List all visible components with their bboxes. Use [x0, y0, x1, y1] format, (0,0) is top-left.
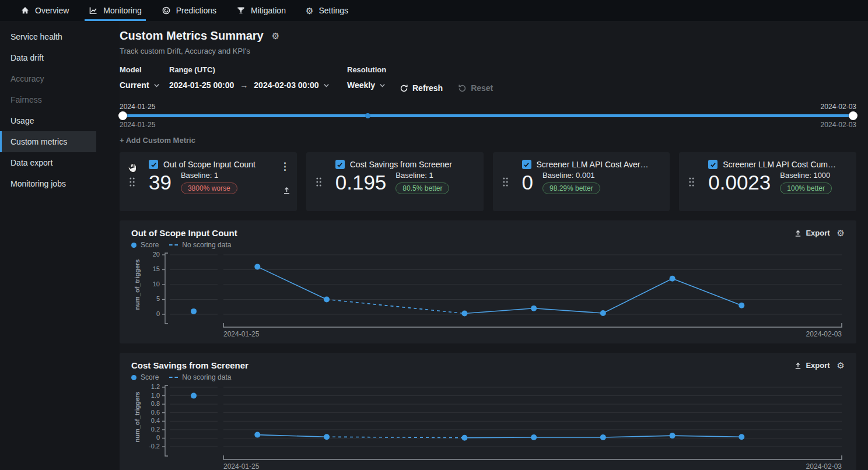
nav-item-mitigation[interactable]: Mitigation	[226, 0, 296, 21]
legend-nodata-label: No scoring data	[182, 241, 231, 249]
home-icon	[20, 6, 30, 15]
slider-end-date-top: 2024-02-03	[821, 103, 856, 111]
range-end: 2024-02-03 00:00	[254, 80, 318, 90]
reset-button[interactable]: Reset	[458, 83, 493, 93]
nav-item-monitoring[interactable]: Monitoring	[79, 0, 151, 21]
svg-text:5: 5	[156, 295, 160, 302]
svg-text:0.4: 0.4	[151, 417, 160, 424]
nav-label: Predictions	[176, 6, 216, 15]
chevron-down-icon	[379, 82, 386, 89]
metric-baseline: Baseline: 1	[181, 171, 237, 180]
drag-handle-icon[interactable]	[316, 177, 322, 187]
add-custom-metric-link[interactable]: + Add Custom Metric	[120, 136, 856, 145]
sidebar-item-monitoring-jobs[interactable]: Monitoring jobs	[0, 173, 96, 194]
svg-text:num_of_triggers: num_of_triggers	[134, 392, 141, 443]
sidebar-item-label: Accuracy	[10, 74, 44, 83]
slider-start-date-bottom: 2024-01-25	[120, 121, 155, 129]
model-select[interactable]: Current	[120, 80, 169, 90]
reset-label: Reset	[471, 83, 493, 93]
metric-card-llm-cost-cumulative: Screener LLM API Cost Cum… 0.0023 Baseli…	[679, 152, 856, 211]
model-value: Current	[120, 80, 149, 90]
export-icon	[794, 362, 802, 370]
slider-end-date-bottom: 2024-02-03	[821, 121, 856, 129]
slider-mid-marker[interactable]	[365, 113, 370, 118]
page-settings-gear-icon[interactable]: ⚙	[272, 31, 279, 40]
nav-label: Overview	[35, 6, 69, 15]
reset-icon	[458, 84, 467, 93]
drag-handle-icon[interactable]	[129, 177, 135, 187]
chart-legend: Score No scoring data	[131, 373, 845, 381]
chart-panel-cost-savings: Cost Savings from Screener Export ⚙ Scor…	[120, 353, 856, 470]
drag-handle-icon[interactable]	[688, 177, 695, 187]
metric-baseline: Baseline: 1000	[780, 171, 832, 180]
score-dot-icon	[131, 375, 136, 380]
nav-item-overview[interactable]: Overview	[10, 0, 79, 21]
svg-text:0.8: 0.8	[151, 400, 160, 407]
metric-checkbox[interactable]	[708, 160, 718, 169]
line-chart-cost-savings: -0.200.20.40.60.81.01.2num_of_triggers20…	[131, 383, 845, 470]
page-title: Custom Metrics Summary	[120, 29, 264, 43]
main-content: Custom Metrics Summary ⚙ Track custom Dr…	[120, 21, 868, 470]
metric-checkbox[interactable]	[149, 160, 158, 169]
sidebar-item-label: Custom metrics	[10, 137, 67, 146]
resolution-select[interactable]: Weekly	[347, 80, 400, 90]
date-range-slider: 2024-01-25 2024-02-03 2024-01-25 2024-02…	[120, 103, 856, 129]
kebab-menu-icon[interactable]: ⋮	[280, 162, 290, 171]
metric-checkbox[interactable]	[522, 160, 531, 169]
metric-card-cost-savings: Cost Savings from Screener 0.195 Baselin…	[306, 152, 484, 211]
card-export-icon[interactable]	[282, 186, 291, 195]
chart-settings-gear-icon[interactable]: ⚙	[837, 361, 845, 370]
metric-value: 0	[522, 171, 533, 194]
metric-card-title: Out of Scope Input Count	[163, 160, 256, 169]
sidebar-item-usage[interactable]: Usage	[0, 110, 96, 131]
metric-badge: 3800% worse	[181, 183, 237, 194]
sidebar-item-label: Data drift	[10, 53, 44, 62]
sidebar-item-label: Fairness	[10, 95, 42, 104]
sidebar-item-custom-metrics[interactable]: Custom metrics	[0, 131, 96, 152]
svg-text:0: 0	[156, 310, 160, 317]
sidebar-item-service-health[interactable]: Service health	[0, 26, 96, 47]
legend-nodata-label: No scoring data	[182, 373, 231, 381]
chart-title: Out of Scope Input Count	[131, 228, 237, 238]
refresh-button[interactable]: Refresh	[400, 83, 443, 93]
svg-text:-0.2: -0.2	[149, 443, 160, 450]
svg-text:0: 0	[156, 434, 160, 441]
chart-legend: Score No scoring data	[131, 241, 845, 249]
svg-text:0.2: 0.2	[151, 426, 160, 433]
page-subtitle: Track custom Drift, Accuracy and KPI's	[120, 47, 856, 55]
sidebar-item-accuracy[interactable]: Accuracy	[0, 68, 96, 89]
sidebar-item-label: Usage	[10, 116, 34, 125]
range-start: 2024-01-25 00:00	[169, 80, 234, 90]
metric-badge: 100% better	[780, 183, 832, 194]
resolution-label: Resolution	[347, 65, 400, 74]
drag-handle-icon[interactable]	[502, 177, 509, 187]
metric-checkbox[interactable]	[335, 160, 345, 169]
range-arrow: →	[237, 80, 250, 90]
range-label: Range (UTC)	[169, 65, 347, 74]
slider-handle-left[interactable]	[118, 111, 127, 120]
nav-item-settings[interactable]: ⚙ Settings	[296, 0, 358, 21]
svg-text:10: 10	[153, 280, 160, 287]
sidebar-item-data-drift[interactable]: Data drift	[0, 47, 96, 68]
chart-settings-gear-icon[interactable]: ⚙	[837, 229, 845, 237]
svg-text:num_of_triggers: num_of_triggers	[134, 259, 141, 310]
svg-text:2024-02-03: 2024-02-03	[806, 330, 842, 338]
svg-text:1.2: 1.2	[151, 383, 160, 390]
svg-text:2024-01-25: 2024-01-25	[223, 462, 260, 470]
sidebar-item-fairness[interactable]: Fairness	[0, 89, 96, 110]
top-nav: Overview Monitoring Predictions Mitigati…	[0, 0, 868, 21]
chart-export-button[interactable]: Export	[794, 361, 830, 370]
metric-value: 0.0023	[708, 171, 771, 194]
export-icon	[794, 229, 802, 237]
nav-label: Mitigation	[251, 6, 286, 15]
chart-export-button[interactable]: Export	[794, 229, 830, 237]
slider-handle-right[interactable]	[849, 111, 858, 120]
range-select[interactable]: 2024-01-25 00:00 → 2024-02-03 00:00	[169, 80, 347, 90]
sidebar-item-data-export[interactable]: Data export	[0, 152, 96, 173]
svg-text:15: 15	[153, 265, 160, 272]
gear-icon: ⚙	[306, 6, 313, 15]
nav-item-predictions[interactable]: Predictions	[152, 0, 226, 21]
slider-track[interactable]	[120, 114, 856, 117]
legend-score-label: Score	[141, 373, 159, 381]
metric-value: 39	[149, 171, 172, 194]
